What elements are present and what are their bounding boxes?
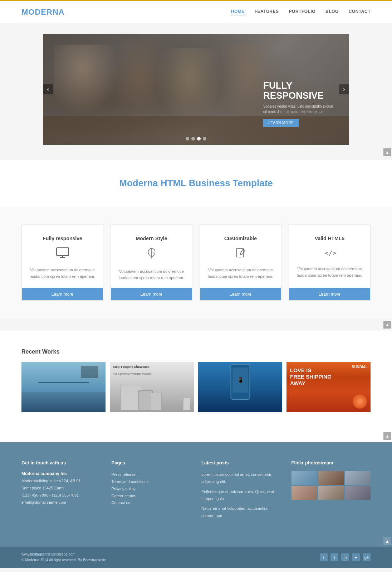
feature-title-1: Fully responsive [43,236,82,241]
footer-photo-6[interactable] [345,486,371,500]
feature-card-2: Modern Style Voluptatem accusantium dolo… [111,225,192,301]
feature-desc-4: Voluptatem accusantium doloremque laudan… [296,266,363,281]
work-item-1[interactable] [21,362,106,412]
hero-title: FULLY RESPONSIVE [263,80,335,101]
hero-content: FULLY RESPONSIVE Sodales neque vitae jus… [263,80,335,127]
feature-desc-1: Voluptatem accusantium doloremque laudan… [29,267,96,281]
footer: Get in touch with us Moderna company Inc… [0,442,392,537]
hero-dot-2[interactable] [191,137,195,140]
social-pinterest[interactable]: ♦ [352,553,360,561]
svg-text:</>: </> [325,249,336,257]
hero-next-button[interactable]: › [339,84,349,94]
footer-company-name: Moderna company Inc [21,471,101,476]
footer-address: Modernbuilding suite V124, AB 01Someplac… [21,478,101,492]
hero-description: Sodales neque vitae justo sollicitudin a… [263,104,335,114]
scroll-btn-wrapper-3: ▲ [0,430,392,442]
footer-link-career[interactable]: Career center [112,493,191,500]
footer-contact-heading: Get in touch with us [21,460,101,465]
feature-card-3: Customizable Voluptatem accusantium dolo… [200,225,281,301]
title-rest: HTML Business Template [158,178,273,188]
svg-rect-0 [57,248,69,256]
features-grid: Fully responsive Voluptatem accusantium … [21,225,371,301]
logo-accent: M [21,8,28,16]
hero-prev-button[interactable]: ‹ [43,84,53,94]
footer-url: www.heritagechristiancollege.com [21,552,75,556]
footer-copyright: © Moderna 2014 All right reserved. By Bo… [21,558,106,562]
work-item-4[interactable]: LOVE ISFREE SHIPPINGAWAY SUNDIAL [286,362,371,412]
feature-desc-3: Voluptatem accusantium doloremque laudan… [207,267,274,281]
footer-link-terms[interactable]: Terms and conditions [112,478,191,485]
footer-flickr-col: Flickr photostream [291,460,371,519]
scroll-up-button-2[interactable]: ▲ [383,321,391,329]
hero-dot-1[interactable] [186,137,189,140]
feature-btn-3[interactable]: Learn more [200,288,281,300]
title-brand: Moderna [119,178,158,188]
nav-features[interactable]: FEATURES [255,9,279,15]
footer-pages-heading: Pages [112,460,191,465]
footer-bottom-text: www.heritagechristiancollege.com © Moder… [21,552,106,563]
footer-social-links: f t in ♦ g+ [320,553,371,561]
social-twitter[interactable]: t [330,553,338,561]
edit-icon [235,247,246,261]
footer-post-2: Pellentesque et pulvinar enim. Quisque a… [201,488,281,503]
footer-posts-heading: Latest posts [201,460,281,465]
nav-blog[interactable]: BLOG [325,9,339,15]
scroll-btn-wrapper-1: ▲ [0,148,392,156]
footer-link-contact[interactable]: Contact us [112,499,191,507]
hero-dots [186,137,206,140]
feature-btn-4[interactable]: Learn more [289,288,370,300]
footer-post-3: Natus error sit voluptatem accusantium d… [201,505,281,519]
hero-wrapper: FULLY RESPONSIVE Sodales neque vitae jus… [21,34,371,145]
footer-email[interactable]: email@domainname.com [21,499,101,506]
html5-icon: </> [323,247,336,260]
hero-dot-3[interactable] [197,137,201,140]
logo-rest: ODERNA [28,8,64,16]
social-facebook[interactable]: f [320,553,328,561]
footer-photo-2[interactable] [318,471,344,485]
footer-grid: Get in touch with us Moderna company Inc… [21,460,371,519]
scroll-up-button-1[interactable]: ▲ [383,148,391,156]
work-item-3[interactable]: 📱 [198,362,282,412]
feature-title-3: Customizable [224,236,257,241]
footer-photo-3[interactable] [345,471,371,485]
feature-desc-2: Voluptatem accusantium doloremque laudan… [118,268,185,281]
footer-post-1: Lorem ipsum dolor sit amet, consectetur … [201,471,281,485]
footer-pages-col: Pages Press release Terms and conditions… [112,460,191,519]
monitor-icon [56,247,69,261]
works-grid: Step 1 expert Showcase Für a priori für … [21,362,371,412]
feature-card-1: Fully responsive Voluptatem accusantium … [21,225,103,301]
footer-bottom: www.heritagechristiancollege.com © Moder… [0,547,392,568]
hero-slider: FULLY RESPONSIVE Sodales neque vitae jus… [43,34,349,145]
feature-btn-1[interactable]: Learn more [22,288,103,300]
feature-btn-2[interactable]: Learn more [111,288,192,300]
feature-title-2: Modern Style [136,236,167,241]
feature-title-4: Valid HTML5 [315,236,344,241]
scroll-up-button-3[interactable]: ▲ [383,432,391,440]
scroll-up-button-4[interactable]: ▲ [383,537,391,545]
hero-learn-more-button[interactable]: LEARN MORE [263,119,299,127]
work-item-2[interactable]: Step 1 expert Showcase Für a priori für … [110,362,194,412]
footer-photo-grid [291,471,371,500]
title-section: Moderna HTML Business Template [0,160,392,207]
footer-posts-col: Latest posts Lorem ipsum dolor sit amet,… [201,460,281,519]
footer-photo-5[interactable] [318,486,344,500]
features-section: Fully responsive Voluptatem accusantium … [0,207,392,319]
nav-home[interactable]: HOME [231,9,245,15]
logo[interactable]: MODERNA [21,8,65,17]
nav-contact[interactable]: CONTACT [349,9,371,15]
footer-photo-4[interactable] [291,486,317,500]
footer-flickr-heading: Flickr photostream [291,460,371,465]
footer-link-privacy[interactable]: Privacy policy [112,485,191,493]
feature-card-4: Valid HTML5 </> Voluptatem accusantium d… [289,225,371,301]
social-google-plus[interactable]: g+ [363,553,371,561]
social-linkedin[interactable]: in [341,553,349,561]
scroll-btn-wrapper-4: ▲ [0,537,392,547]
footer-contact-col: Get in touch with us Moderna company Inc… [21,460,101,519]
hero-dot-4[interactable] [203,137,206,140]
header: MODERNA HOME FEATURES PORTFOLIO BLOG CON… [0,0,392,23]
leaf-icon [146,247,157,263]
footer-link-press[interactable]: Press release [112,471,191,478]
works-section: Recent Works Step 1 expert Showcase Für … [0,331,392,430]
nav-portfolio[interactable]: PORTFOLIO [289,9,316,15]
footer-photo-1[interactable] [291,471,317,485]
